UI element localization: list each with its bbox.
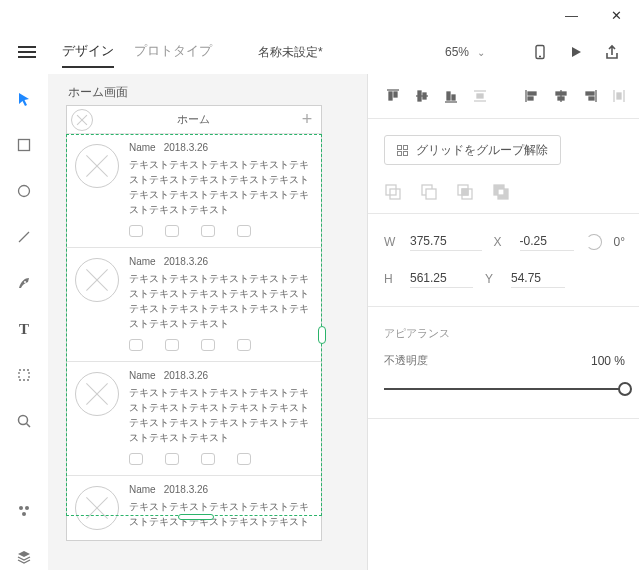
align-middle-icon[interactable] bbox=[413, 87, 431, 105]
svg-point-11 bbox=[22, 512, 26, 516]
svg-rect-39 bbox=[426, 189, 436, 199]
distribute-h-icon bbox=[610, 87, 628, 105]
align-bottom-icon[interactable] bbox=[442, 87, 460, 105]
svg-rect-26 bbox=[528, 97, 533, 100]
artboard[interactable]: ホーム + Name2018.3.26 テキストテキストテキストテキストテキスト… bbox=[66, 105, 322, 541]
align-left-icon[interactable] bbox=[523, 87, 541, 105]
avatar-placeholder-icon bbox=[75, 144, 119, 188]
boolean-intersect-icon bbox=[456, 183, 474, 201]
ungroup-grid-button[interactable]: グリッドをグループ解除 bbox=[384, 135, 561, 165]
tab-design[interactable]: デザイン bbox=[62, 36, 114, 68]
list-item: Name2018.3.26 テキストテキストテキストテキストテキストテキストテキ… bbox=[67, 476, 321, 540]
artboard-tool[interactable] bbox=[11, 362, 37, 388]
list-item: Name2018.3.26 テキストテキストテキストテキストテキストテキストテキ… bbox=[67, 248, 321, 362]
artboard-title: ホーム bbox=[93, 112, 293, 127]
svg-rect-19 bbox=[447, 92, 450, 100]
svg-point-7 bbox=[19, 416, 28, 425]
assets-panel-icon[interactable] bbox=[11, 498, 37, 524]
align-top-icon[interactable] bbox=[384, 87, 402, 105]
width-label: W bbox=[384, 235, 398, 249]
height-input[interactable]: 561.25 bbox=[410, 269, 473, 288]
text-tool[interactable]: T bbox=[11, 316, 37, 342]
svg-point-3 bbox=[19, 186, 30, 197]
y-label: Y bbox=[485, 272, 499, 286]
svg-rect-23 bbox=[477, 94, 483, 98]
window-minimize-button[interactable]: — bbox=[549, 0, 594, 30]
svg-rect-20 bbox=[452, 95, 455, 100]
svg-rect-45 bbox=[498, 189, 504, 195]
avatar-placeholder-icon bbox=[75, 486, 119, 530]
align-right-icon[interactable] bbox=[581, 87, 599, 105]
grid-icon bbox=[397, 145, 408, 156]
tab-prototype[interactable]: プロトタイプ bbox=[134, 36, 212, 68]
svg-rect-6 bbox=[19, 370, 29, 380]
height-label: H bbox=[384, 272, 398, 286]
item-text: テキストテキストテキストテキストテキストテキストテキストテキストテキストテキスト… bbox=[129, 157, 313, 217]
chevron-down-icon: ⌄ bbox=[477, 47, 485, 58]
line-tool[interactable] bbox=[11, 224, 37, 250]
pen-tool[interactable] bbox=[11, 270, 37, 296]
svg-rect-37 bbox=[390, 189, 400, 199]
y-input[interactable]: 54.75 bbox=[511, 269, 565, 288]
boolean-exclude-icon bbox=[492, 183, 510, 201]
boolean-add-icon bbox=[384, 183, 402, 201]
opacity-value[interactable]: 100 % bbox=[591, 354, 625, 368]
layers-panel-icon[interactable] bbox=[11, 544, 37, 570]
zoom-tool[interactable] bbox=[11, 408, 37, 434]
avatar-placeholder-icon bbox=[75, 372, 119, 416]
window-close-button[interactable]: ✕ bbox=[594, 0, 639, 30]
svg-rect-36 bbox=[386, 185, 396, 195]
svg-rect-35 bbox=[617, 93, 621, 99]
svg-line-8 bbox=[27, 424, 31, 428]
ungroup-grid-label: グリッドをグループ解除 bbox=[416, 143, 548, 158]
svg-rect-31 bbox=[586, 92, 594, 95]
checkbox-placeholder bbox=[129, 225, 143, 237]
hamburger-menu-icon[interactable] bbox=[10, 40, 44, 64]
list-item: Name2018.3.26 テキストテキストテキストテキストテキストテキストテキ… bbox=[67, 134, 321, 248]
appearance-section-label: アピアランス bbox=[384, 327, 625, 341]
svg-rect-17 bbox=[423, 93, 426, 99]
rotation-input[interactable]: 0° bbox=[614, 235, 625, 249]
list-item: Name2018.3.26 テキストテキストテキストテキストテキストテキストテキ… bbox=[67, 362, 321, 476]
x-input[interactable]: -0.25 bbox=[520, 232, 574, 251]
item-date: 2018.3.26 bbox=[164, 142, 209, 153]
distribute-v-icon bbox=[471, 87, 489, 105]
checkbox-placeholder bbox=[201, 225, 215, 237]
zoom-dropdown[interactable]: 65% ⌄ bbox=[429, 40, 501, 64]
svg-rect-2 bbox=[19, 140, 30, 151]
share-icon[interactable] bbox=[599, 39, 625, 65]
x-label: X bbox=[494, 235, 508, 249]
zoom-value: 65% bbox=[445, 45, 469, 59]
svg-rect-16 bbox=[418, 91, 421, 101]
boolean-subtract-icon bbox=[420, 183, 438, 201]
rotate-icon bbox=[586, 234, 602, 250]
select-tool[interactable] bbox=[11, 86, 37, 112]
svg-rect-29 bbox=[558, 97, 564, 100]
checkbox-placeholder bbox=[165, 225, 179, 237]
align-center-icon[interactable] bbox=[552, 87, 570, 105]
avatar-placeholder-icon bbox=[75, 258, 119, 302]
play-icon[interactable] bbox=[563, 39, 589, 65]
opacity-slider[interactable] bbox=[384, 382, 625, 396]
opacity-label: 不透明度 bbox=[384, 353, 428, 368]
ellipse-tool[interactable] bbox=[11, 178, 37, 204]
svg-point-10 bbox=[25, 506, 29, 510]
close-icon bbox=[71, 109, 93, 131]
device-preview-icon[interactable] bbox=[527, 39, 553, 65]
svg-rect-14 bbox=[394, 92, 397, 97]
artboard-name[interactable]: ホーム画面 bbox=[68, 84, 357, 101]
svg-rect-42 bbox=[462, 189, 468, 195]
svg-point-5 bbox=[24, 281, 26, 283]
svg-rect-28 bbox=[556, 92, 566, 95]
svg-point-9 bbox=[19, 506, 23, 510]
item-name: Name bbox=[129, 142, 156, 153]
rectangle-tool[interactable] bbox=[11, 132, 37, 158]
svg-line-4 bbox=[19, 232, 29, 242]
document-title: 名称未設定* bbox=[258, 44, 323, 61]
plus-icon: + bbox=[293, 109, 321, 130]
svg-rect-13 bbox=[389, 92, 392, 100]
checkbox-placeholder bbox=[237, 225, 251, 237]
width-input[interactable]: 375.75 bbox=[410, 232, 482, 251]
svg-rect-32 bbox=[589, 97, 594, 100]
artboard-header: ホーム + bbox=[67, 106, 321, 134]
